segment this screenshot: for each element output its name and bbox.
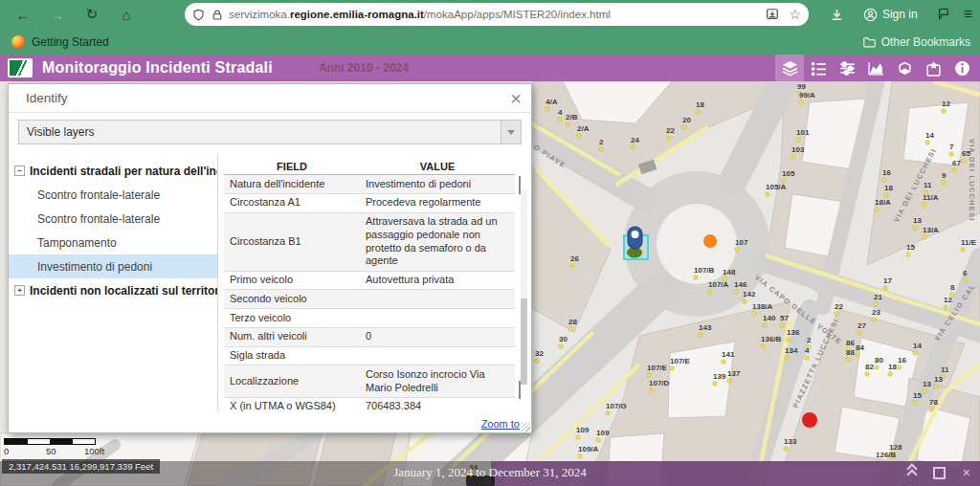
layers-icon[interactable] [775,55,804,81]
house-number-label: 146 [734,280,747,289]
house-number-label: 99/A [799,91,815,99]
tree-item[interactable]: Investimento di pedoni [9,254,217,278]
house-number-dot [559,344,563,348]
house-number-label: 107/E [647,364,668,372]
map-export-icon[interactable] [919,55,947,81]
attribute-table: FIELD VALUE Natura dell'incidenteInvesti… [224,159,515,411]
scrollbar-thumb[interactable] [521,298,527,385]
expand-node-icon[interactable]: + [14,285,25,296]
basemap-book-icon[interactable] [890,55,919,81]
house-number-label: 109 [576,426,590,434]
url-text[interactable]: servizimoka.regione.emilia-romagna.it/mo… [229,9,762,20]
house-number-label: 139 [713,372,726,381]
house-number-label: 99 [797,82,806,91]
reload-icon[interactable]: ↻ [80,3,103,26]
shield-icon[interactable] [192,9,205,21]
save-page-icon[interactable] [766,8,779,21]
value-cell: 0 [360,327,515,346]
back-icon[interactable]: ← [11,3,34,26]
house-number-label: 107 [735,238,748,247]
house-number-label: 28 [568,318,577,326]
value-cell: Investimento di pedoni [360,175,515,194]
sign-in-button[interactable]: Sign in [858,5,924,25]
house-number-dot [694,276,698,279]
scale-bar: 0 50 100ft [4,438,109,456]
forward-icon[interactable]: → [46,3,69,26]
house-number-dot [925,141,929,144]
restore-icon[interactable] [933,467,946,479]
field-cell: Primo veicolo [224,271,360,290]
tree-item[interactable]: Scontro frontale-laterale [9,207,217,231]
tree-item[interactable]: Tamponamento [9,231,217,254]
filter-sliders-icon[interactable] [833,55,861,81]
table-scrollbar[interactable] [519,176,529,398]
incident-marker-orange[interactable] [703,234,717,248]
house-number-dot [799,100,803,104]
home-icon[interactable]: ⌂ [115,3,138,26]
other-bookmarks-button[interactable]: Other Bookmarks [863,35,970,49]
house-number-dot [761,344,765,348]
chart-icon[interactable] [861,55,890,81]
house-number-dot [699,333,702,337]
tree-item[interactable]: +Incidenti non localizzati sul territori… [9,278,217,302]
house-number-dot [835,312,838,316]
collapse-icon[interactable] [908,467,916,478]
bookmark-getting-started[interactable]: Getting Started [32,35,109,49]
region-logo [8,58,33,77]
house-number-label: 136/B [761,335,782,343]
house-number-label: 21 [874,293,882,301]
house-number-label: 103 [791,145,805,154]
house-number-label: 109/A [578,445,599,453]
house-number-label: 65 [962,149,970,158]
house-number-label: 32 [535,349,544,358]
tree-item[interactable]: Scontro frontale-laterale [9,183,217,207]
collapse-node-icon[interactable]: − [14,166,25,176]
panel-resize-handle[interactable] [522,423,530,431]
house-number-dot [568,327,572,331]
menu-icon[interactable]: ≡ [964,6,972,23]
tree-item[interactable]: −Incidenti stradali per natura dell'inci… [9,159,217,183]
house-number-dot [558,118,562,122]
info-icon[interactable] [947,55,976,81]
house-number-dot [882,178,886,182]
house-number-label: 14 [925,131,934,140]
lock-icon[interactable] [212,9,223,21]
field-cell: Natura dell'incidente [224,175,360,194]
scroll-down-icon[interactable] [519,381,521,399]
address-bar[interactable]: servizimoka.regione.emilia-romagna.it/mo… [185,3,809,26]
close-timebar-icon[interactable]: × [963,466,970,479]
house-number-label: 2 [807,336,812,344]
house-number-label: 12 [944,296,952,304]
close-panel-icon[interactable]: × [510,89,522,108]
value-cell [360,309,515,328]
house-number-label: 15 [913,391,922,400]
zoom-to-link[interactable]: Zoom to [481,418,520,430]
house-number-label: 14 [913,342,922,350]
legend-icon[interactable] [804,55,833,81]
value-cell: 706483.384 [360,397,515,411]
house-number-label: 23 [872,308,880,317]
house-number-dot [670,366,674,370]
house-number-label: 13 [923,380,931,388]
house-number-label: 4 [805,346,810,355]
house-number-dot [787,338,791,342]
app-header: Monitoraggio Incidenti Stradali Anni 201… [0,55,980,81]
house-number-dot [942,109,946,113]
visible-layers-dropdown[interactable]: Visible layers [18,120,522,144]
house-number-label: 133 [784,437,797,446]
house-number-dot [872,318,876,321]
incident-marker-red[interactable] [802,412,817,428]
house-number-label: 107/G [606,402,627,410]
downloads-icon[interactable] [830,8,844,22]
house-number-label: 11 [941,365,949,374]
house-number-label: 109 [596,429,610,437]
house-number-label: 137 [727,369,741,378]
value-cell: Autovettura privata [360,271,515,290]
marker-lens [632,231,639,238]
bookmark-star-icon[interactable]: ☆ [789,7,801,22]
extensions-icon[interactable] [937,8,950,21]
table-row: Natura dell'incidenteInvestimento di ped… [224,175,515,194]
house-number-label: 27 [858,321,866,330]
house-number-label: 11/A [923,193,939,202]
house-number-dot [682,125,686,129]
